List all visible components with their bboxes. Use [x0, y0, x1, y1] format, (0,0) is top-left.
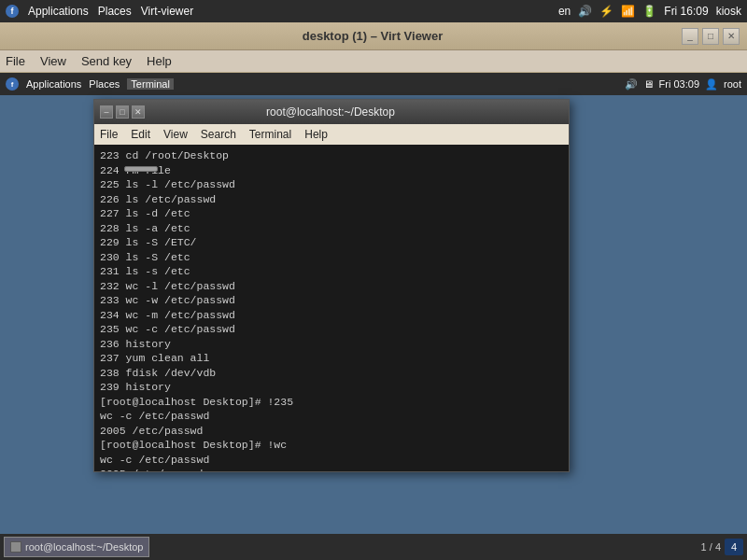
virt-viewer-minimize-button[interactable]: _: [682, 28, 698, 45]
virt-viewer-title: desktop (1) – Virt Viewer: [63, 29, 682, 43]
inner-taskbar: root@localhost:~/Desktop 1 / 4 4: [0, 534, 747, 560]
terminal-line: 227 ls -d /etc: [100, 206, 563, 221]
inner-applications-menu[interactable]: Applications: [26, 78, 81, 90]
inner-terminal-menu[interactable]: Terminal: [127, 78, 174, 90]
virt-viewer-close-button[interactable]: ✕: [723, 28, 740, 45]
inner-taskbar-label-0: root@localhost:~/Desktop: [25, 541, 143, 553]
lang-indicator: en: [558, 5, 571, 18]
virt-viewer-sendkey-menu[interactable]: Send key: [81, 54, 132, 68]
inner-topbar: f Applications Places Terminal 🔊 🖥 Fri 0…: [0, 73, 747, 95]
inner-display-icon[interactable]: 🖥: [643, 78, 654, 90]
virt-viewer-menu[interactable]: Virt-viewer: [141, 5, 193, 18]
terminal-content[interactable]: 223 cd /root/Desktop224 rm file225 ls -l…: [94, 145, 569, 471]
inner-clock: Fri 03:09: [659, 78, 699, 90]
terminal-line: 228 ls -a /etc: [100, 221, 563, 236]
volume-icon[interactable]: 🔊: [578, 5, 592, 18]
terminal-prompt-line: 2005 /etc/passwd: [100, 467, 563, 471]
virt-viewer-help-menu[interactable]: Help: [147, 54, 172, 68]
os-topbar-right: en 🔊 ⚡ 📶 🔋 Fri 16:09 kiosk: [558, 5, 741, 18]
terminal-line: 223 cd /root/Desktop: [100, 148, 563, 163]
pager-number: 4: [725, 539, 743, 555]
terminal-prompt-line: [root@localhost Desktop]# !wc: [100, 438, 563, 453]
os-clock: Fri 16:09: [664, 5, 708, 18]
terminal-prompt-line: wc -c /etc/passwd: [100, 453, 563, 468]
terminal-edit-menu[interactable]: Edit: [131, 128, 150, 141]
terminal-line: 230 ls -S /etc: [100, 250, 563, 265]
os-user: kiosk: [716, 5, 741, 18]
terminal-menubar: File Edit View Search Terminal Help: [94, 124, 569, 145]
terminal-help-menu[interactable]: Help: [304, 128, 328, 141]
virt-viewer-window: desktop (1) – Virt Viewer _ □ ✕ File Vie…: [0, 22, 747, 560]
places-menu[interactable]: Places: [98, 5, 132, 18]
inner-taskbar-item-0[interactable]: root@localhost:~/Desktop: [4, 537, 149, 557]
os-topbar: f Applications Places Virt-viewer en 🔊 ⚡…: [0, 0, 747, 22]
os-topbar-left: f Applications Places Virt-viewer: [6, 5, 193, 18]
terminal-line: 229 ls -S /ETC/: [100, 235, 563, 250]
terminal-title: root@localhost:~/Desktop: [145, 105, 516, 119]
terminal-line: 239 history: [100, 380, 563, 395]
inner-fedora-logo-icon[interactable]: f: [6, 77, 19, 91]
terminal-terminal-menu[interactable]: Terminal: [249, 128, 291, 141]
terminal-close-button[interactable]: ✕: [132, 105, 145, 119]
inner-places-menu[interactable]: Places: [89, 78, 120, 90]
terminal-minimize-button[interactable]: –: [100, 105, 113, 119]
virt-viewer-maximize-button[interactable]: □: [702, 28, 719, 45]
terminal-line: 232 wc -l /etc/passwd: [100, 279, 563, 294]
terminal-search-menu[interactable]: Search: [201, 128, 236, 141]
terminal-window-controls: – □ ✕: [100, 105, 145, 119]
virt-viewer-view-menu[interactable]: View: [40, 54, 66, 68]
terminal-titlebar: – □ ✕ root@localhost:~/Desktop: [94, 100, 569, 124]
inner-user-icon[interactable]: 👤: [705, 78, 718, 91]
virt-viewer-menubar: File View Send key Help: [0, 50, 747, 73]
bluetooth-icon[interactable]: ⚡: [599, 5, 613, 18]
fedora-logo-icon[interactable]: f: [6, 5, 19, 18]
terminal-prompt-line: wc -c /etc/passwd: [100, 409, 563, 424]
terminal-line: 237 yum clean all: [100, 351, 563, 366]
virt-viewer-titlebar: desktop (1) – Virt Viewer _ □ ✕: [0, 22, 747, 50]
terminal-prompt-line: [root@localhost Desktop]# !235: [100, 395, 563, 410]
inner-topbar-right: 🔊 🖥 Fri 03:09 👤 root: [625, 78, 741, 91]
terminal-line: 233 wc -w /etc/passwd: [100, 293, 563, 308]
virt-viewer-window-controls: _ □ ✕: [682, 28, 740, 45]
inner-taskbar-pager: 1 / 4 4: [701, 539, 743, 555]
inner-topbar-left: f Applications Places Terminal: [6, 77, 174, 91]
terminal-view-menu[interactable]: View: [163, 128, 188, 141]
terminal-line: 234 wc -m /etc/passwd: [100, 308, 563, 323]
applications-menu[interactable]: Applications: [28, 5, 89, 18]
virt-viewer-file-menu[interactable]: File: [6, 54, 25, 68]
terminal-line: 236 history: [100, 337, 563, 352]
terminal-line: 235 wc -c /etc/passwd: [100, 322, 563, 337]
inner-user-label: root: [724, 78, 741, 90]
battery-icon: 🔋: [642, 5, 656, 18]
terminal-line: 225 ls -l /etc/passwd: [100, 177, 563, 192]
terminal-file-menu[interactable]: File: [100, 128, 118, 141]
inner-volume-icon[interactable]: 🔊: [625, 78, 638, 91]
terminal-line: 238 fdisk /dev/vdb: [100, 366, 563, 381]
terminal-prompt-line: 2005 /etc/passwd: [100, 424, 563, 439]
terminal-line: 226 ls /etc/passwd: [100, 192, 563, 207]
terminal-maximize-button[interactable]: □: [116, 105, 129, 119]
terminal-line: 231 ls -s /etc: [100, 264, 563, 279]
terminal-line: 224 rm file: [100, 163, 563, 178]
wifi-icon[interactable]: 📶: [621, 5, 635, 18]
inner-desktop: f Applications Places Terminal 🔊 🖥 Fri 0…: [0, 73, 747, 560]
pager-text: 1 / 4: [701, 541, 721, 553]
terminal-window: – □ ✕ root@localhost:~/Desktop File Edit…: [93, 99, 570, 472]
